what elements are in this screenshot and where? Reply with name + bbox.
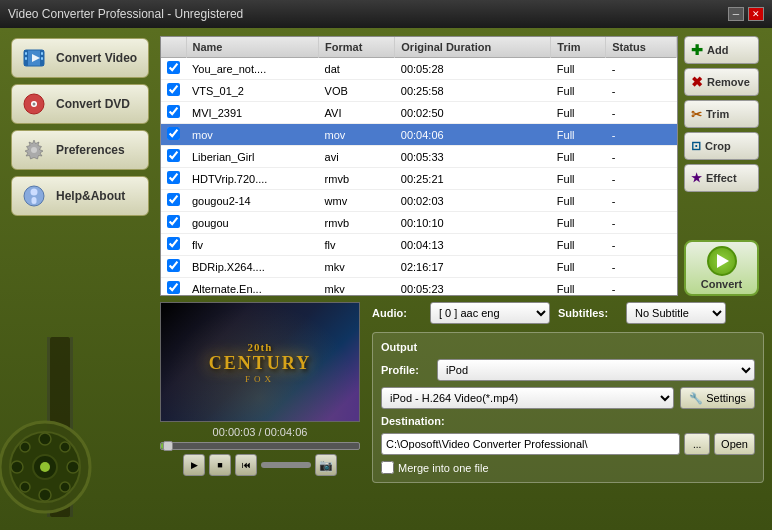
open-button[interactable]: Open <box>714 433 755 455</box>
table-row[interactable]: mov mov 00:04:06 Full - <box>161 124 677 146</box>
progress-bar[interactable] <box>160 442 360 450</box>
row-checkbox-10[interactable] <box>167 281 180 294</box>
row-name: Liberian_Girl <box>186 146 319 168</box>
sidebar-item-preferences[interactable]: Preferences <box>11 130 149 170</box>
row-trim: Full <box>551 80 606 102</box>
stop-button[interactable]: ■ <box>209 454 231 476</box>
snapshot-button[interactable]: 📷 <box>315 454 337 476</box>
thumb-century: CENTURY <box>209 353 311 374</box>
sidebar-item-help[interactable]: Help&About <box>11 176 149 216</box>
row-format: flv <box>319 234 395 256</box>
col-name[interactable]: Name <box>186 37 319 58</box>
thumb-fox: FOX <box>209 374 311 384</box>
row-format: mov <box>319 124 395 146</box>
player-controls: ▶ ■ ⏮ 📷 <box>160 454 360 476</box>
row-checkbox-9[interactable] <box>167 259 180 272</box>
film-icon <box>20 44 48 72</box>
crop-button[interactable]: ⊡ Crop <box>684 132 759 160</box>
sidebar: Convert Video Convert DVD Preference <box>0 28 160 530</box>
file-list-area: Name Format Original Duration Trim Statu… <box>160 36 764 296</box>
convert-button[interactable]: Convert <box>684 240 759 296</box>
row-checkbox-0[interactable] <box>167 61 180 74</box>
col-status[interactable]: Status <box>606 37 677 58</box>
row-trim: Full <box>551 190 606 212</box>
effect-icon: ★ <box>691 171 702 185</box>
window-controls: ─ ✕ <box>728 7 764 21</box>
close-button[interactable]: ✕ <box>748 7 764 21</box>
svg-rect-5 <box>41 52 43 55</box>
col-duration[interactable]: Original Duration <box>395 37 551 58</box>
row-checkbox-5[interactable] <box>167 171 180 184</box>
table-row[interactable]: gougou rmvb 00:10:10 Full - <box>161 212 677 234</box>
trim-button[interactable]: ✂ Trim <box>684 100 759 128</box>
row-name: You_are_not.... <box>186 58 319 80</box>
row-checkbox-6[interactable] <box>167 193 180 206</box>
sidebar-item-convert-dvd[interactable]: Convert DVD <box>11 84 149 124</box>
trim-icon: ✂ <box>691 107 702 122</box>
crop-label: Crop <box>705 140 731 152</box>
table-row[interactable]: Alternate.En... mkv 00:05:23 Full - <box>161 278 677 297</box>
row-checkbox-2[interactable] <box>167 105 180 118</box>
play-button[interactable]: ▶ <box>183 454 205 476</box>
table-row[interactable]: flv flv 00:04:13 Full - <box>161 234 677 256</box>
row-checkbox-3[interactable] <box>167 127 180 140</box>
minimize-button[interactable]: ─ <box>728 7 744 21</box>
col-format[interactable]: Format <box>319 37 395 58</box>
profile-select[interactable]: iPod iPhone iPad Android <box>437 359 755 381</box>
row-checkbox-1[interactable] <box>167 83 180 96</box>
file-table: Name Format Original Duration Trim Statu… <box>161 37 677 296</box>
destination-label: Destination: <box>381 415 445 427</box>
row-checkbox-cell <box>161 212 186 234</box>
gear-icon <box>20 136 48 164</box>
row-duration: 00:02:50 <box>395 102 551 124</box>
row-duration: 00:05:33 <box>395 146 551 168</box>
svg-point-25 <box>11 461 23 473</box>
output-label: Output <box>381 341 755 353</box>
row-format: rmvb <box>319 168 395 190</box>
row-duration: 00:04:06 <box>395 124 551 146</box>
subtitle-select[interactable]: No Subtitle <box>626 302 726 324</box>
convert-play-icon <box>717 254 729 268</box>
table-row[interactable]: You_are_not.... dat 00:05:28 Full - <box>161 58 677 80</box>
row-checkbox-8[interactable] <box>167 237 180 250</box>
remove-button[interactable]: ✖ Remove <box>684 68 759 96</box>
thumb-text: 20th <box>209 341 311 353</box>
trim-label: Trim <box>706 108 729 120</box>
row-checkbox-7[interactable] <box>167 215 180 228</box>
col-trim[interactable]: Trim <box>551 37 606 58</box>
bottom-area: 20th CENTURY FOX 00:00:03 / 00:04:06 ▶ ■… <box>160 302 764 522</box>
row-trim: Full <box>551 58 606 80</box>
row-checkbox-4[interactable] <box>167 149 180 162</box>
sidebar-item-convert-video[interactable]: Convert Video <box>11 38 149 78</box>
profile-label: Profile: <box>381 364 431 376</box>
effect-label: Effect <box>706 172 737 184</box>
row-status: - <box>606 256 677 278</box>
effect-button[interactable]: ★ Effect <box>684 164 759 192</box>
row-duration: 00:05:23 <box>395 278 551 297</box>
settings-button[interactable]: 🔧 Settings <box>680 387 755 409</box>
prev-frame-button[interactable]: ⏮ <box>235 454 257 476</box>
audio-select[interactable]: [ 0 ] aac eng <box>430 302 550 324</box>
volume-slider[interactable] <box>261 462 311 468</box>
table-row[interactable]: MVI_2391 AVI 00:02:50 Full - <box>161 102 677 124</box>
table-row[interactable]: gougou2-14 wmv 00:02:03 Full - <box>161 190 677 212</box>
table-row[interactable]: HDTVrip.720.... rmvb 00:25:21 Full - <box>161 168 677 190</box>
convert-play-circle <box>707 246 737 276</box>
merge-label: Merge into one file <box>398 462 489 474</box>
browse-button[interactable]: ... <box>684 433 710 455</box>
row-status: - <box>606 212 677 234</box>
output-section: Output Profile: iPod iPhone iPad Android… <box>372 332 764 483</box>
table-row[interactable]: VTS_01_2 VOB 00:25:58 Full - <box>161 80 677 102</box>
format-select[interactable]: iPod - H.264 Video(*.mp4) <box>381 387 674 409</box>
row-checkbox-cell <box>161 256 186 278</box>
table-row[interactable]: Liberian_Girl avi 00:05:33 Full - <box>161 146 677 168</box>
table-row[interactable]: BDRip.X264.... mkv 02:16:17 Full - <box>161 256 677 278</box>
row-duration: 02:16:17 <box>395 256 551 278</box>
destination-input[interactable] <box>381 433 680 455</box>
progress-handle[interactable] <box>163 441 173 451</box>
merge-checkbox[interactable] <box>381 461 394 474</box>
remove-label: Remove <box>707 76 750 88</box>
row-checkbox-cell <box>161 168 186 190</box>
add-button[interactable]: ✚ Add <box>684 36 759 64</box>
row-checkbox-cell <box>161 102 186 124</box>
